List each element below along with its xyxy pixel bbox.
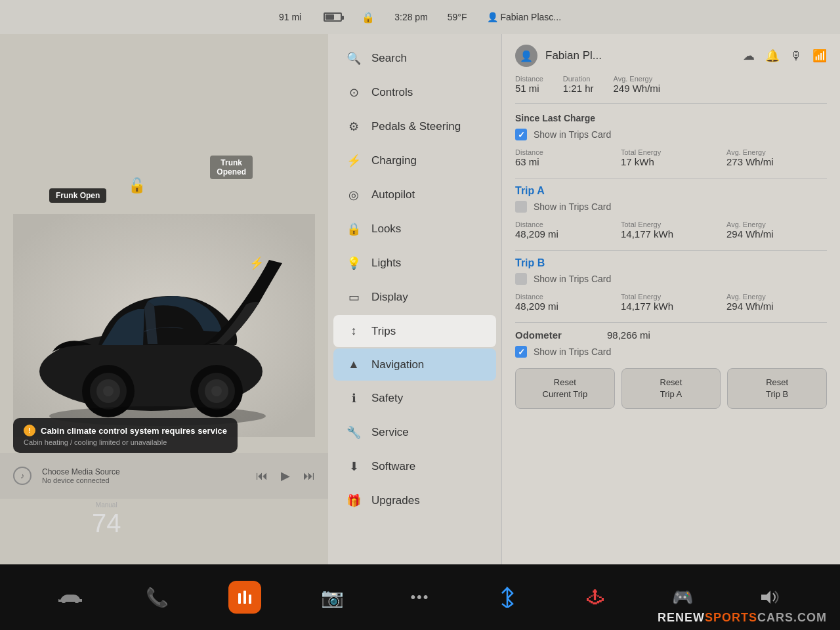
taskbar-phone-icon[interactable]: 📞 — [141, 581, 174, 614]
menu-label-trips: Trips — [371, 325, 396, 338]
media-source-label[interactable]: Choose Media Source — [42, 467, 245, 476]
trip-b-avg-label: Avg. Energy — [726, 293, 827, 301]
reset-trip-a-button[interactable]: ResetTrip A — [621, 368, 721, 409]
trip-a-distance-cell: Distance 48,209 mi — [515, 220, 616, 240]
menu-item-controls[interactable]: ⊙ Controls — [333, 76, 496, 109]
taskbar-equalizer-icon[interactable] — [228, 581, 261, 614]
since-last-charge-header: Since Last Charge — [515, 113, 827, 123]
trip-b-data: Distance 48,209 mi Total Energy 14,177 k… — [515, 293, 827, 312]
media-controls: ⏮ ▶ ⏭ — [256, 469, 315, 483]
slc-energy-cell: Total Energy 17 kWh — [621, 148, 721, 167]
media-next-button[interactable]: ⏭ — [303, 469, 315, 483]
reset-current-trip-button[interactable]: ResetCurrent Trip — [515, 368, 615, 409]
odometer-check-icon: ✓ — [518, 347, 525, 357]
menu-item-trips[interactable]: ↕ Trips — [333, 315, 496, 347]
charging-icon: ⚡ — [346, 154, 361, 168]
since-last-charge-checkbox-row: ✓ Show in Trips Card — [515, 129, 827, 140]
svg-rect-12 — [243, 591, 246, 604]
duration-value: 1:21 hr — [563, 83, 594, 94]
slc-avg-value: 273 Wh/mi — [726, 156, 827, 167]
media-play-button[interactable]: ▶ — [281, 469, 290, 483]
media-source-icon: ♪ — [13, 467, 32, 485]
safety-icon: ℹ — [346, 391, 361, 406]
reset-trip-b-button[interactable]: ResetTrip B — [727, 368, 827, 409]
trip-a-energy-cell: Total Energy 14,177 kWh — [621, 220, 721, 240]
taskbar-car-icon[interactable] — [54, 581, 87, 614]
taskbar-volume-icon[interactable] — [753, 581, 786, 614]
trip-b-avg-cell: Avg. Energy 294 Wh/mi — [726, 293, 827, 312]
slc-energy-label: Total Energy — [621, 148, 721, 156]
menu-item-lights[interactable]: 💡 Lights — [333, 247, 496, 280]
trip-b-checkbox-label: Show in Trips Card — [534, 274, 611, 284]
trip-a-distance-label: Distance — [515, 220, 616, 228]
slc-energy-value: 17 kWh — [621, 156, 721, 167]
svg-rect-11 — [238, 593, 241, 604]
distance-label: Distance — [515, 75, 543, 83]
menu-label-looks: Looks — [371, 222, 401, 236]
menu-label-service: Service — [371, 426, 409, 439]
watermark-cars: CARS.COM — [757, 611, 827, 624]
trip-b-energy-cell: Total Energy 14,177 kWh — [621, 293, 721, 312]
divider-3 — [515, 322, 827, 323]
navigation-icon: ▲ — [346, 358, 361, 371]
charging-bolt-icon: ⚡ — [249, 256, 264, 270]
odometer-checkbox[interactable]: ✓ — [515, 346, 527, 358]
current-trip-stats: Distance 51 mi Duration 1:21 hr Avg. Ene… — [515, 75, 827, 104]
menu-item-software[interactable]: ⬇ Software — [333, 450, 496, 483]
trip-b-avg-value: 294 Wh/mi — [726, 301, 827, 312]
menu-item-upgrades[interactable]: 🎁 Upgrades — [333, 484, 496, 517]
taskbar-joystick-icon[interactable]: 🕹 — [579, 581, 612, 614]
battery-icon — [324, 12, 342, 22]
media-prev-button[interactable]: ⏮ — [256, 469, 268, 483]
menu-label-safety: Safety — [371, 392, 403, 405]
menu-item-pedals[interactable]: ⚙ Pedals & Steering — [333, 110, 496, 143]
mic-icon: 🎙 — [790, 49, 802, 63]
menu-item-looks[interactable]: 🔒 Looks — [333, 213, 496, 245]
svg-marker-14 — [761, 591, 770, 604]
distance-value: 51 mi — [515, 83, 543, 94]
trip-a-data: Distance 48,209 mi Total Energy 14,177 k… — [515, 220, 827, 240]
menu-item-safety[interactable]: ℹ Safety — [333, 382, 496, 415]
time-display: 3:28 pm — [394, 12, 428, 22]
taskbar-more-icon[interactable]: ••• — [404, 581, 436, 614]
trip-b-section: Trip B Show in Trips Card Distance 48,20… — [515, 257, 827, 312]
display-icon: ▭ — [346, 290, 361, 304]
media-device-label: No device connected — [42, 476, 245, 484]
trip-b-checkbox[interactable] — [515, 273, 527, 285]
since-last-charge-checkbox[interactable]: ✓ — [515, 129, 527, 140]
menu-item-service[interactable]: 🔧 Service — [333, 416, 496, 449]
trip-a-avg-value: 294 Wh/mi — [726, 228, 827, 240]
distance-stat: Distance 51 mi — [515, 75, 543, 94]
manual-label: Manual — [92, 501, 121, 509]
menu-item-display[interactable]: ▭ Display — [333, 281, 496, 314]
menu-item-navigation[interactable]: ▲ Navigation — [333, 348, 496, 381]
trip-a-checkbox-row: Show in Trips Card — [515, 201, 827, 213]
manual-indicator: Manual 74 — [92, 501, 121, 538]
main-area: Frunk Open TrunkOpened 🔓 ⚡ ! Cabin clima… — [0, 34, 840, 564]
media-text: Choose Media Source No device connected — [42, 467, 245, 484]
autopilot-icon: ◎ — [346, 188, 361, 202]
trunk-label: TrunkOpened — [210, 156, 253, 179]
trips-panel: 👤 Fabian Pl... ☁ 🔔 🎙 📶 Distance 51 mi Du… — [502, 34, 840, 564]
trip-a-checkbox-label: Show in Trips Card — [534, 201, 611, 212]
menu-label-navigation: Navigation — [371, 358, 424, 371]
search-icon: 🔍 — [346, 51, 361, 66]
since-last-charge-checkbox-label: Show in Trips Card — [534, 129, 611, 140]
trip-a-checkbox[interactable] — [515, 201, 527, 213]
user-display: 👤 Fabian Plasc... — [487, 12, 562, 22]
menu-item-autopilot[interactable]: ◎ Autopilot — [333, 178, 496, 211]
taskbar-bluetooth-icon[interactable] — [491, 581, 524, 614]
taskbar-camera-icon[interactable]: 📷 — [316, 581, 349, 614]
menu-item-search[interactable]: 🔍 Search — [333, 42, 496, 75]
since-last-charge-section: Since Last Charge ✓ Show in Trips Card D… — [515, 113, 827, 167]
user-header: 👤 Fabian Pl... ☁ 🔔 🎙 📶 — [515, 45, 827, 67]
manual-temp-value: 74 — [92, 509, 121, 538]
menu-item-charging[interactable]: ⚡ Charging — [333, 144, 496, 177]
menu-label-search: Search — [371, 52, 407, 65]
taskbar-game-icon[interactable]: 🎮 — [666, 581, 699, 614]
slc-distance-value: 63 mi — [515, 156, 616, 167]
menu-label-upgrades: Upgrades — [371, 494, 420, 507]
bell-icon: 🔔 — [765, 49, 780, 63]
trip-b-distance-cell: Distance 48,209 mi — [515, 293, 616, 312]
divider-1 — [515, 178, 827, 178]
